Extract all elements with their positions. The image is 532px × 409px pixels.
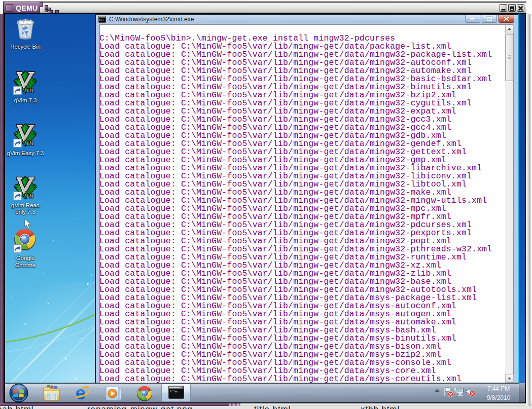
svg-text:C:\: C:\: [99, 18, 104, 21]
svg-text:e: e: [76, 384, 86, 401]
